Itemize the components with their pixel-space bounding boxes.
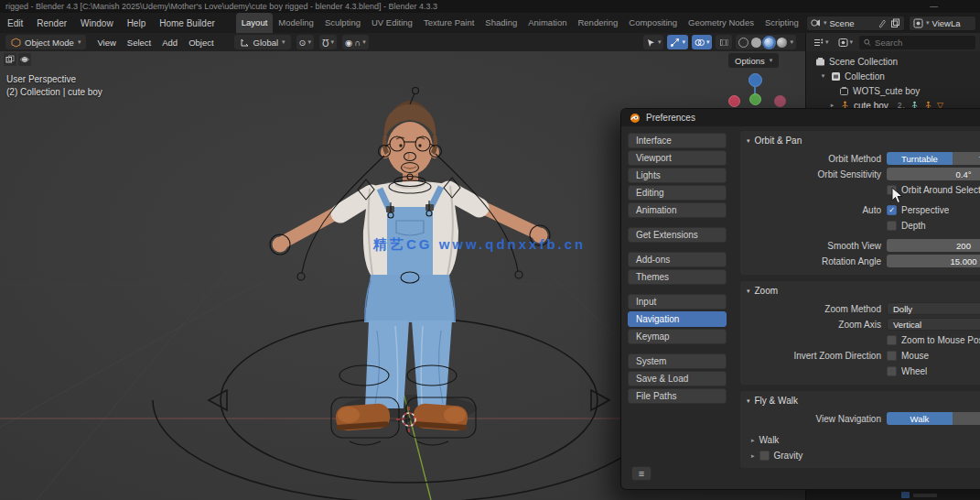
sidebar-item-interface[interactable]: Interface bbox=[628, 133, 727, 148]
character-cute-boy[interactable] bbox=[273, 101, 548, 431]
sidebar-item-save-load[interactable]: Save & Load bbox=[628, 371, 727, 386]
field-label: Orbit Method bbox=[740, 154, 881, 164]
zoom-method-dropdown[interactable]: Dolly bbox=[887, 302, 980, 315]
outliner-filter-dropdown[interactable]: ▾ bbox=[835, 35, 856, 49]
search-input[interactable] bbox=[875, 38, 971, 48]
sidebar-item-themes[interactable]: Themes bbox=[628, 269, 727, 285]
tab-texture-paint[interactable]: Texture Paint bbox=[418, 13, 479, 33]
rotation-angle-slider[interactable]: 15.000 bbox=[887, 255, 980, 267]
menu-help[interactable]: Help bbox=[127, 18, 146, 28]
view-layer-selector[interactable]: ▾ ViewLa bbox=[909, 16, 976, 31]
sidebar-label: Themes bbox=[636, 272, 669, 282]
panel-zoom-header[interactable]: ▾ Zoom bbox=[740, 281, 980, 301]
subpanel-gravity[interactable]: ▸ Gravity bbox=[740, 447, 980, 462]
view-navigation-walk-selected[interactable]: Walk bbox=[887, 412, 953, 425]
sidebar-item-animation[interactable]: Animation bbox=[628, 202, 727, 218]
gizmo-toggle-active[interactable]: ▾ bbox=[667, 35, 688, 49]
sidebar-item-add-ons[interactable]: Add-ons bbox=[628, 252, 727, 267]
invert-zoom-wheel-checkbox[interactable] bbox=[887, 366, 897, 376]
expand-down-icon[interactable]: ▾ bbox=[819, 72, 827, 80]
copy-scene-icon[interactable] bbox=[890, 18, 900, 28]
menu-window[interactable]: Window bbox=[81, 18, 113, 28]
menu-select[interactable]: Select bbox=[127, 38, 151, 48]
object-mode-dropdown[interactable]: Object Mode ▾ bbox=[5, 35, 86, 49]
tab-layout[interactable]: Layout bbox=[236, 13, 274, 33]
invert-zoom-mouse-checkbox[interactable] bbox=[887, 351, 897, 361]
orbit-sensitivity-slider[interactable]: 0.4° bbox=[887, 168, 980, 180]
menu-render[interactable]: Render bbox=[37, 18, 67, 28]
auto-depth-checkbox[interactable] bbox=[887, 221, 897, 231]
menu-add[interactable]: Add bbox=[162, 38, 178, 48]
outliner-row-collection[interactable]: ▾ Collection bbox=[806, 69, 980, 83]
sidebar-item-lights[interactable]: Lights bbox=[628, 168, 727, 183]
zoom-axis-dropdown[interactable]: Vertical bbox=[887, 318, 980, 331]
orbit-method-turntable-selected[interactable]: Turntable bbox=[887, 152, 953, 165]
transform-snap-cluster: Global ▾ ⊙ ▾ Ω ▾ ◉ ∩ ▾ bbox=[234, 35, 369, 49]
menu-object[interactable]: Object bbox=[188, 38, 213, 48]
panel-zoom: ▾ Zoom Zoom Method Dolly Zoom Axis Verti… bbox=[740, 281, 980, 385]
outliner-row-wots-cute-boy[interactable]: WOTS_cute boy bbox=[806, 83, 980, 98]
tab-animation[interactable]: Animation bbox=[522, 13, 572, 33]
preferences-menu-button[interactable]: ≡ bbox=[631, 466, 652, 481]
shading-rendered-button[interactable] bbox=[777, 38, 787, 48]
tab-sculpting[interactable]: Sculpting bbox=[319, 13, 366, 33]
shading-mode-group: ▾ bbox=[736, 35, 796, 49]
shading-wireframe-button[interactable] bbox=[738, 38, 748, 48]
panel-fly-walk-header[interactable]: ▾ Fly & Walk bbox=[740, 391, 980, 411]
tab-rendering[interactable]: Rendering bbox=[572, 13, 623, 33]
gizmo-x-axis-neg[interactable] bbox=[774, 95, 786, 107]
options-dropdown[interactable]: Options ▾ bbox=[728, 53, 779, 68]
scene-selector[interactable]: ▾ Scene bbox=[806, 16, 905, 31]
sidebar-item-input[interactable]: Input bbox=[628, 294, 727, 310]
shading-solid-button[interactable] bbox=[751, 38, 761, 48]
tab-geometry-nodes[interactable]: Geometry Nodes bbox=[683, 13, 759, 33]
sidebar-item-navigation-active[interactable]: Navigation bbox=[628, 311, 727, 327]
sidebar-item-get-extensions[interactable]: Get Extensions bbox=[628, 227, 727, 243]
tab-scripting[interactable]: Scripting bbox=[759, 13, 804, 33]
show-gizmos-dropdown[interactable]: ▾ bbox=[643, 35, 664, 49]
transform-orientation-dropdown[interactable]: Global ▾ bbox=[234, 35, 291, 49]
tab-modeling[interactable]: Modeling bbox=[273, 13, 319, 33]
sidebar-item-file-paths[interactable]: File Paths bbox=[628, 388, 727, 404]
sidebar-label: Viewport bbox=[636, 153, 672, 163]
collection-checkbox-icon[interactable] bbox=[831, 71, 841, 82]
pivot-point-dropdown[interactable]: ⊙ ▾ bbox=[296, 35, 314, 49]
outliner-row-scene-collection[interactable]: Scene Collection bbox=[806, 54, 980, 69]
outliner-search-box[interactable] bbox=[859, 36, 975, 49]
proportional-editing-toggle[interactable]: ◉ ∩ ▾ bbox=[342, 35, 369, 49]
orbit-method-trackball[interactable]: Trackball bbox=[953, 152, 980, 165]
outliner-display-mode-dropdown[interactable]: ▾ bbox=[811, 35, 832, 49]
tab-compositing[interactable]: Compositing bbox=[623, 13, 683, 33]
view-navigation-fly[interactable]: Fly bbox=[953, 412, 980, 425]
menu-view[interactable]: View bbox=[97, 38, 115, 48]
sidebar-item-editing[interactable]: Editing bbox=[628, 185, 727, 201]
new-scene-icon[interactable] bbox=[878, 18, 888, 28]
smooth-view-slider[interactable]: 200 bbox=[887, 239, 980, 252]
sidebar-item-system[interactable]: System bbox=[628, 353, 727, 369]
overlays-toggle-active[interactable]: ▾ bbox=[692, 35, 713, 49]
menu-home-builder[interactable]: Home Builder bbox=[159, 18, 215, 28]
subpanel-walk[interactable]: ▸ Walk bbox=[740, 431, 980, 447]
magnet-icon: Ω bbox=[322, 38, 328, 48]
minimize-button[interactable]: — bbox=[930, 0, 938, 13]
menu-edit[interactable]: Edit bbox=[7, 18, 23, 28]
tab-shading[interactable]: Shading bbox=[479, 13, 522, 33]
snap-toggle[interactable]: Ω ▾ bbox=[319, 35, 337, 49]
viewport-mode-icon[interactable] bbox=[18, 53, 31, 66]
auto-perspective-checkbox-checked[interactable]: ✓ bbox=[887, 205, 897, 215]
xray-toggle[interactable] bbox=[716, 35, 732, 49]
preferences-window[interactable]: Preferences Interface Viewport Lights Ed… bbox=[620, 108, 980, 490]
zoom-to-mouse-checkbox[interactable] bbox=[887, 335, 897, 345]
sidebar-item-viewport[interactable]: Viewport bbox=[628, 150, 727, 166]
panel-orbit-pan-header[interactable]: ▾ Orbit & Pan bbox=[740, 131, 980, 151]
gizmo-y-axis[interactable] bbox=[749, 93, 761, 105]
shading-material-button-active[interactable] bbox=[764, 38, 774, 48]
row-smooth-view: Smooth View 200 bbox=[740, 238, 980, 253]
sidebar-item-keymap[interactable]: Keymap bbox=[628, 329, 727, 344]
preferences-titlebar[interactable]: Preferences bbox=[621, 109, 980, 126]
editor-type-icon[interactable] bbox=[4, 53, 16, 66]
gizmo-x-axis[interactable] bbox=[728, 95, 740, 107]
gizmo-z-axis[interactable] bbox=[748, 73, 762, 87]
gravity-checkbox[interactable] bbox=[759, 451, 770, 461]
tab-uv-editing[interactable]: UV Editing bbox=[366, 13, 418, 33]
